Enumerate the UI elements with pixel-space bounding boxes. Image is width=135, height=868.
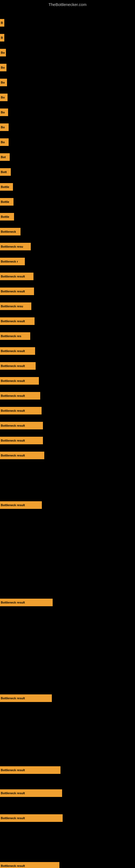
bars-container: BBBoBoBoBoBoBoBoBotBottBottleBottleBottl… bbox=[0, 8, 135, 868]
bar-label-21: Bottleneck result bbox=[1, 319, 25, 323]
bar-row-15: Bottleneck bbox=[0, 228, 20, 236]
bar-label-33: Bottleneck result bbox=[1, 696, 25, 700]
bar-label-31: Bottleneck result bbox=[1, 503, 25, 507]
bar-row-37: Bottleneck result bbox=[0, 862, 59, 868]
bar-label-32: Bottleneck result bbox=[1, 601, 25, 604]
bar-row-2: B bbox=[0, 34, 4, 41]
bar-label-23: Bottleneck result bbox=[1, 349, 25, 352]
bar-row-6: Bo bbox=[0, 94, 8, 101]
bar-label-15: Bottleneck bbox=[1, 230, 16, 233]
bar-row-12: Bottle bbox=[0, 183, 13, 191]
bar-label-10: Bot bbox=[1, 155, 6, 159]
bar-label-13: Bottle bbox=[1, 200, 9, 204]
bar-row-19: Bottleneck result bbox=[0, 287, 34, 295]
bar-label-1: B bbox=[1, 21, 3, 24]
bar-row-34: Bottleneck result bbox=[0, 766, 60, 774]
bar-label-8: Bo bbox=[1, 126, 5, 129]
bar-label-37: Bottleneck result bbox=[1, 864, 25, 867]
bar-label-6: Bo bbox=[1, 96, 5, 99]
bar-label-11: Bott bbox=[1, 170, 7, 174]
bar-row-35: Bottleneck result bbox=[0, 789, 62, 797]
bar-label-5: Bo bbox=[1, 81, 5, 84]
bar-row-21: Bottleneck result bbox=[0, 317, 35, 325]
bar-label-29: Bottleneck result bbox=[1, 439, 25, 442]
bar-label-17: Bottleneck r bbox=[1, 260, 18, 263]
bar-row-27: Bottleneck result bbox=[0, 407, 42, 414]
bar-label-2: B bbox=[1, 36, 3, 39]
bar-row-3: Bo bbox=[0, 49, 6, 56]
bar-row-32: Bottleneck result bbox=[0, 599, 53, 606]
bar-row-36: Bottleneck result bbox=[0, 814, 63, 822]
bar-label-20: Bottleneck resu bbox=[1, 305, 23, 308]
bar-label-30: Bottleneck result bbox=[1, 454, 25, 457]
bar-row-10: Bot bbox=[0, 153, 10, 161]
site-title: TheBottlenecker.com bbox=[49, 2, 87, 7]
bar-row-8: Bo bbox=[0, 123, 9, 131]
bar-row-26: Bottleneck result bbox=[0, 392, 40, 400]
bar-row-20: Bottleneck resu bbox=[0, 303, 31, 310]
bar-row-25: Bottleneck result bbox=[0, 377, 39, 384]
bar-label-12: Bottle bbox=[1, 185, 9, 188]
bar-row-30: Bottleneck result bbox=[0, 452, 44, 459]
bar-row-5: Bo bbox=[0, 79, 7, 86]
bar-label-34: Bottleneck result bbox=[1, 769, 25, 772]
bar-row-13: Bottle bbox=[0, 198, 13, 206]
bar-row-28: Bottleneck result bbox=[0, 422, 43, 429]
bar-label-28: Bottleneck result bbox=[1, 424, 25, 427]
bar-label-7: Bo bbox=[1, 111, 5, 114]
bar-label-24: Bottleneck result bbox=[1, 364, 25, 368]
bar-label-22: Bottleneck res bbox=[1, 335, 21, 338]
bar-label-3: Bo bbox=[1, 51, 5, 54]
bar-label-26: Bottleneck result bbox=[1, 394, 25, 397]
bar-row-31: Bottleneck result bbox=[0, 501, 42, 509]
bar-row-17: Bottleneck r bbox=[0, 258, 25, 265]
bar-label-35: Bottleneck result bbox=[1, 792, 25, 795]
bar-row-4: Bo bbox=[0, 64, 6, 71]
bar-row-29: Bottleneck result bbox=[0, 437, 43, 444]
bar-label-36: Bottleneck result bbox=[1, 816, 25, 820]
bar-label-14: Bottle bbox=[1, 215, 9, 218]
bar-row-7: Bo bbox=[0, 108, 8, 116]
bar-row-33: Bottleneck result bbox=[0, 694, 52, 702]
bar-label-4: Bo bbox=[1, 66, 5, 69]
bar-row-16: Bottleneck resu bbox=[0, 243, 31, 250]
bar-label-16: Bottleneck resu bbox=[1, 245, 23, 248]
bar-row-14: Bottle bbox=[0, 213, 14, 220]
bar-label-25: Bottleneck result bbox=[1, 379, 25, 382]
bar-row-9: Bo bbox=[0, 138, 9, 146]
bar-row-18: Bottleneck result bbox=[0, 273, 34, 280]
bar-label-19: Bottleneck result bbox=[1, 290, 25, 293]
bar-row-24: Bottleneck result bbox=[0, 362, 36, 370]
bar-label-27: Bottleneck result bbox=[1, 409, 25, 412]
site-title-container: TheBottlenecker.com bbox=[0, 0, 135, 8]
bar-label-18: Bottleneck result bbox=[1, 275, 25, 278]
bar-row-1: B bbox=[0, 19, 4, 27]
bar-row-22: Bottleneck res bbox=[0, 332, 30, 340]
bar-row-23: Bottleneck result bbox=[0, 347, 35, 355]
bar-row-11: Bott bbox=[0, 168, 11, 176]
bar-label-9: Bo bbox=[1, 141, 5, 144]
